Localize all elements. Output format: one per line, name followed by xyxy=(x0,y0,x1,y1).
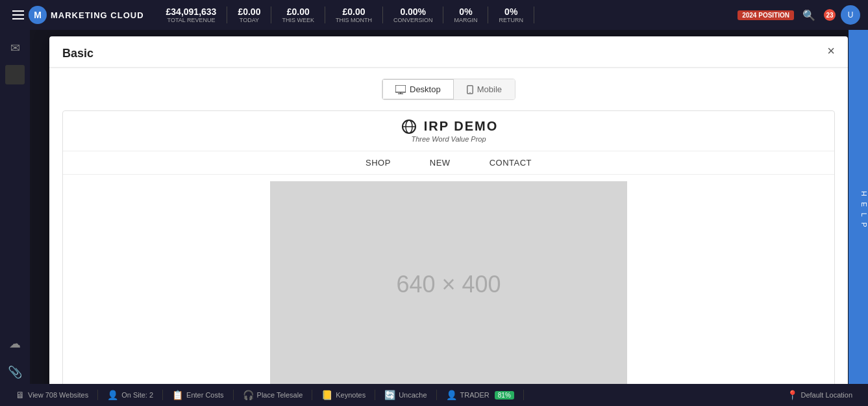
headset-icon: 🎧 xyxy=(243,390,254,400)
person-icon: 👤 xyxy=(107,390,118,400)
main-area: ✉ ☁ 📎 × Basic Desktop xyxy=(0,30,868,384)
sidebar-item-placeholder1[interactable] xyxy=(5,65,25,84)
modal: × Basic Desktop Mobile xyxy=(49,36,848,384)
place-telesale-button[interactable]: 🎧 Place Telesale xyxy=(234,390,313,400)
view-websites-button[interactable]: 🖥 View 708 Websites xyxy=(6,390,98,400)
preview-topbar: IRP DEMO Three Word Value Prop xyxy=(63,111,834,151)
preview-logo-icon xyxy=(399,120,419,134)
nav-item-shop: SHOP xyxy=(366,158,391,168)
preview-nav: SHOP NEW CONTACT xyxy=(63,151,834,175)
metric-today: £0.00 TODAY xyxy=(227,6,271,23)
location-icon: 📍 xyxy=(787,390,798,400)
sidebar-item-email[interactable]: ✉ xyxy=(3,36,27,60)
desktop-icon xyxy=(395,85,406,94)
notification-badge[interactable]: 23 xyxy=(824,9,836,21)
placeholder-image: 640 × 400 xyxy=(270,181,627,384)
desktop-icon: 🖥 xyxy=(16,390,25,400)
svg-rect-1 xyxy=(12,14,24,16)
content-area: × Basic Desktop Mobile xyxy=(30,30,849,384)
desktop-toggle[interactable]: Desktop xyxy=(382,79,454,99)
metric-conversion: 0.00% CONVERSION xyxy=(383,6,444,23)
default-location-button[interactable]: 📍 Default Location xyxy=(778,390,862,400)
trader-button[interactable]: 👤 TRADER 81% xyxy=(437,390,524,400)
sidebar: ✉ ☁ 📎 xyxy=(0,30,30,384)
bottom-bar: 🖥 View 708 Websites 👤 On Site: 2 📋 Enter… xyxy=(0,384,868,406)
brand-name: MARKETING CLOUD xyxy=(51,10,144,20)
trader-badge: 81% xyxy=(495,391,514,400)
user-avatar[interactable]: U xyxy=(841,5,860,25)
metric-month: £0.00 THIS MONTH xyxy=(325,6,383,23)
position-badge[interactable]: 2024 POSITION xyxy=(738,10,794,20)
modal-body: Desktop Mobile xyxy=(49,68,848,384)
logo-icon: M xyxy=(29,6,47,24)
nav-item-new: NEW xyxy=(430,158,451,168)
on-site-button[interactable]: 👤 On Site: 2 xyxy=(98,390,163,400)
enter-costs-button[interactable]: 📋 Enter Costs xyxy=(163,390,233,400)
view-toggle-group: Desktop Mobile xyxy=(382,79,515,100)
trader-icon: 👤 xyxy=(446,390,457,400)
keynotes-button[interactable]: 📒 Keynotes xyxy=(312,390,375,400)
preview-logo: IRP DEMO xyxy=(399,119,499,134)
topbar-metrics: £34,091,633 TOTAL REVENUE £0.00 TODAY £0… xyxy=(156,6,738,23)
keynotes-label: Keynotes xyxy=(336,391,366,399)
logo-area: M MARKETING CLOUD xyxy=(29,6,144,24)
metric-total-revenue: £34,091,633 TOTAL REVENUE xyxy=(156,6,228,23)
uncache-label: Uncache xyxy=(399,391,427,399)
metric-margin: 0% MARGIN xyxy=(443,6,488,23)
right-panel[interactable]: H E L P xyxy=(849,30,868,384)
modal-close-button[interactable]: × xyxy=(823,43,839,58)
preview-brand-name: IRP DEMO xyxy=(424,119,499,134)
on-site-label: On Site: 2 xyxy=(121,391,153,399)
enter-costs-label: Enter Costs xyxy=(186,391,223,399)
svg-rect-0 xyxy=(12,10,24,12)
preview-logo-area: IRP DEMO Three Word Value Prop xyxy=(76,119,821,143)
top-bar: M MARKETING CLOUD £34,091,633 TOTAL REVE… xyxy=(0,0,868,30)
view-websites-label: View 708 Websites xyxy=(28,391,88,399)
default-location-label: Default Location xyxy=(801,391,853,399)
mobile-toggle[interactable]: Mobile xyxy=(454,79,515,99)
modal-header: Basic xyxy=(49,36,848,68)
notes-icon: 📒 xyxy=(321,390,332,400)
svg-point-7 xyxy=(469,92,471,93)
svg-rect-3 xyxy=(395,85,406,92)
place-telesale-label: Place Telesale xyxy=(257,391,303,399)
right-panel-text: H E L P xyxy=(860,191,868,229)
metric-return: 0% RETURN xyxy=(488,6,534,23)
sidebar-item-attach[interactable]: 📎 xyxy=(3,361,27,384)
preview-tagline: Three Word Value Prop xyxy=(411,135,486,143)
clipboard-icon: 📋 xyxy=(172,390,183,400)
sidebar-item-cloud[interactable]: ☁ xyxy=(3,332,27,355)
nav-item-contact: CONTACT xyxy=(490,158,532,168)
search-button[interactable]: 🔍 xyxy=(799,5,819,25)
refresh-icon: 🔄 xyxy=(384,390,395,400)
metric-week: £0.00 THIS WEEK xyxy=(271,6,325,23)
mobile-icon xyxy=(467,85,473,94)
hamburger-menu[interactable] xyxy=(8,5,29,25)
preview-frame: IRP DEMO Three Word Value Prop SHOP NEW … xyxy=(62,110,835,384)
uncache-button[interactable]: 🔄 Uncache xyxy=(375,390,436,400)
svg-rect-2 xyxy=(12,18,24,19)
trader-label: TRADER xyxy=(460,391,490,399)
topbar-right: 2024 POSITION 🔍 23 U xyxy=(738,5,860,25)
modal-title: Basic xyxy=(62,47,93,60)
